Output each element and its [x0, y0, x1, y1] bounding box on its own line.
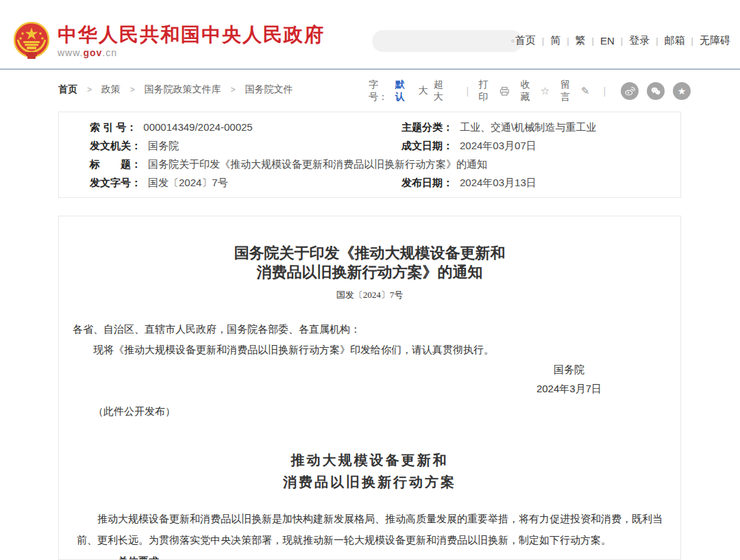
document-number: 国发〔2024〕7号 [59, 289, 680, 301]
meta-index: 索 引 号：000014349/2024-00025 [59, 121, 371, 134]
nav-link-mail[interactable]: 邮箱 [665, 34, 685, 47]
nav-link-traditional[interactable]: 繁 [576, 34, 586, 47]
breadcrumb: 首页 > 政策 > 国务院政策文件库 > 国务院文件 [58, 84, 293, 96]
meta-row: 发文机关：国务院 成文日期：2024年03月07日 [59, 137, 680, 155]
meta-title: 标 题：国务院关于印发《推动大规模设备更新和消费品以旧换新行动方案》的通知 [59, 158, 680, 171]
meta-publish-date: 发布日期：2024年03月13日 [371, 177, 680, 190]
site-title: 中华人民共和国中央人民政府 [58, 25, 325, 45]
meta-doc-no-value: 国发〔2024〕7号 [148, 177, 228, 188]
meta-title-label: 标 题： [90, 158, 141, 170]
sign-date: 2024年3月7日 [536, 383, 602, 394]
font-size-default-button[interactable]: 默认 [395, 79, 413, 103]
star-icon: ★ [678, 86, 687, 96]
pencil-icon: ✎ [581, 85, 590, 97]
breadcrumb-item-policy-library[interactable]: 国务院政策文件库 [145, 84, 221, 94]
notice-paragraph: 现将《推动大规模设备更新和消费品以旧换新行动方案》印发给你们，请认真贯彻执行。 [73, 340, 667, 360]
meta-written-date-value: 2024年03月07日 [460, 140, 536, 151]
site-logo[interactable]: 中华人民共和国中央人民政府 www.gov.cn [14, 22, 325, 60]
document-body: 各省、自治区、直辖市人民政府，国务院各部委、各直属机构： 现将《推动大规模设备更… [59, 319, 680, 422]
meta-doc-no-label: 发文字号： [90, 177, 141, 188]
meta-agency: 发文机关：国务院 [59, 140, 371, 153]
signer: 国务院 [554, 364, 584, 375]
breadcrumb-separator: > [130, 85, 135, 94]
nav-separator: | [621, 36, 623, 46]
site-url-prefix: www. [58, 47, 83, 58]
meta-doc-no: 发文字号：国发〔2024〕7号 [59, 177, 371, 190]
signature-block: 国务院 2024年3月7日 [73, 360, 667, 399]
nav-separator: | [592, 36, 594, 46]
salutation: 各省、自治区、直辖市人民政府，国务院各部委、各直属机构： [73, 319, 667, 340]
search-icon[interactable] [511, 35, 515, 47]
header-divider [0, 68, 740, 70]
search-input[interactable] [372, 30, 511, 52]
nav-link-simplified[interactable]: 简 [550, 34, 560, 47]
section-heading-1: 一、总体要求 [73, 556, 667, 560]
public-release-note: （此件公开发布） [73, 401, 667, 422]
font-size-large-button[interactable]: 大 [419, 85, 428, 97]
star-outline-icon: ☆ [541, 85, 550, 97]
national-emblem-icon [14, 22, 49, 60]
plan-title-line2: 消费品以旧换新行动方案 [283, 474, 456, 489]
meta-agency-label: 发文机关： [90, 140, 141, 151]
breadcrumb-separator: > [230, 85, 235, 94]
font-size-xlarge-button[interactable]: 超大 [434, 79, 452, 103]
document-content-box: 国务院关于印发《推动大规模设备更新和 消费品以旧换新行动方案》的通知 国发〔20… [58, 216, 681, 560]
meta-publish-date-label: 发布日期： [402, 177, 453, 188]
meta-written-date-label: 成文日期： [402, 140, 453, 151]
nav-link-login[interactable]: 登录 [629, 34, 650, 47]
top-nav: 首页 | 简 | 繁 | EN | 登录 | 邮箱 | 无障碍 [515, 34, 730, 47]
printer-icon [500, 86, 510, 97]
meta-title-value: 国务院关于印发《推动大规模设备更新和消费品以旧换新行动方案》的通知 [148, 158, 487, 170]
plan-paragraph: 推动大规模设备更新和消费品以旧换新是加快构建新发展格局、推动高质量发展的重要举措… [73, 508, 667, 550]
document-metadata-box: 索 引 号：000014349/2024-00025 主题分类：工业、交通\机械… [58, 112, 681, 198]
font-size-label: 字号： [369, 79, 395, 103]
page-toolbar: 字号： 默认 大 超大 | 打印 收藏 ☆ 留言 ✎ | [369, 81, 691, 101]
meta-written-date: 成文日期：2024年03月07日 [371, 140, 680, 153]
plan-title: 推动大规模设备更新和 消费品以旧换新行动方案 [59, 449, 680, 493]
nav-link-home[interactable]: 首页 [515, 34, 536, 47]
logo-text: 中华人民共和国中央人民政府 www.gov.cn [58, 25, 325, 58]
breadcrumb-item-policies[interactable]: 政策 [101, 84, 121, 94]
print-label: 打印 [478, 79, 496, 103]
weibo-share-button[interactable] [621, 82, 639, 100]
site-url-gov: gov [83, 47, 102, 58]
document-title-line2: 消费品以旧换新行动方案》的通知 [257, 264, 483, 281]
signature-inner: 国务院 2024年3月7日 [536, 360, 602, 398]
toolbar-separator: | [603, 86, 606, 97]
meta-agency-value: 国务院 [148, 140, 179, 151]
nav-separator: | [691, 36, 693, 46]
wechat-icon [650, 86, 661, 97]
share-icons: ★ [613, 82, 691, 100]
document-title-line1: 国务院关于印发《推动大规模设备更新和 [234, 244, 506, 262]
search-box[interactable] [372, 30, 523, 52]
site-header: 中华人民共和国中央人民政府 www.gov.cn 首页 | 简 | 繁 | EN… [0, 0, 740, 68]
plan-body: 推动大规模设备更新和消费品以旧换新是加快构建新发展格局、推动高质量发展的重要举措… [59, 508, 680, 560]
nav-link-english[interactable]: EN [600, 35, 615, 47]
comment-button[interactable]: 留言 ✎ [560, 79, 589, 103]
favorite-share-button[interactable]: ★ [673, 82, 691, 100]
breadcrumb-item-state-council-docs[interactable]: 国务院文件 [245, 84, 293, 94]
comment-label: 留言 [560, 79, 578, 103]
document-title: 国务院关于印发《推动大规模设备更新和 消费品以旧换新行动方案》的通知 [59, 244, 680, 282]
nav-link-accessibility[interactable]: 无障碍 [700, 34, 730, 47]
meta-theme-value: 工业、交通\机械制造与重工业 [460, 121, 596, 133]
meta-theme-label: 主题分类： [402, 121, 453, 133]
plan-title-line1: 推动大规模设备更新和 [291, 453, 449, 468]
wechat-share-button[interactable] [647, 82, 665, 100]
favorite-button[interactable]: 收藏 ☆ [520, 79, 550, 103]
breadcrumb-item-home[interactable]: 首页 [58, 84, 77, 94]
site-url-suffix: .cn [102, 47, 117, 58]
nav-separator: | [656, 36, 658, 46]
toolbar-separator: | [467, 86, 469, 97]
weibo-icon [624, 86, 635, 97]
meta-index-value: 000014349/2024-00025 [143, 121, 252, 133]
meta-theme: 主题分类：工业、交通\机械制造与重工业 [371, 121, 680, 134]
nav-separator: | [567, 36, 569, 46]
meta-row: 索 引 号：000014349/2024-00025 主题分类：工业、交通\机械… [59, 118, 680, 137]
meta-row: 标 题：国务院关于印发《推动大规模设备更新和消费品以旧换新行动方案》的通知 [59, 155, 680, 174]
print-button[interactable]: 打印 [478, 79, 509, 103]
meta-publish-date-value: 2024年03月13日 [460, 177, 536, 188]
meta-row: 发文字号：国发〔2024〕7号 发布日期：2024年03月13日 [59, 174, 680, 192]
nav-separator: | [542, 36, 544, 46]
site-url: www.gov.cn [58, 47, 325, 58]
